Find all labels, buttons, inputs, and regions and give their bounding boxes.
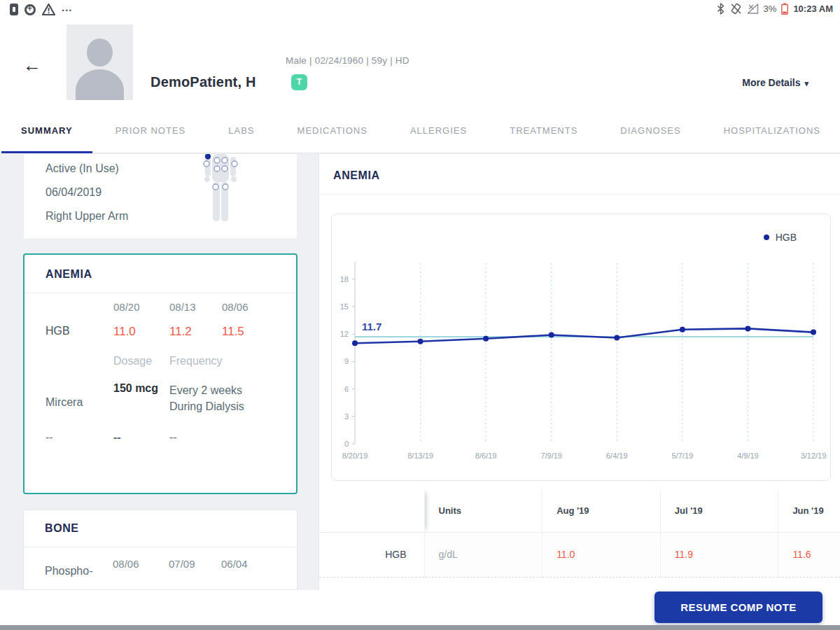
anemia-summary-card[interactable]: ANEMIA 08/20 08/13 08/06 HGB 11.0 11.2 1… [23, 253, 298, 494]
tab-treatments[interactable]: TREATMENTS [508, 108, 579, 153]
lab-results-table[interactable]: Units Aug '19 Jul '19 Jun '19 HGB g/dL 1… [319, 490, 840, 590]
tab-labs[interactable]: LABS [227, 108, 255, 153]
tab-label: ALLERGIES [410, 125, 467, 136]
data-point [680, 327, 685, 332]
lab-date: 08/13 [169, 301, 196, 313]
x-tick-label: 8/20/19 [342, 451, 368, 460]
access-site: Right Upper Arm [46, 210, 128, 223]
lab-date: 08/06 [113, 558, 139, 570]
month-header: Jul '19 [660, 490, 778, 532]
lab-date: 06/04 [221, 558, 248, 570]
x-tick-label: 8/13/19 [407, 451, 433, 460]
hgb-trend-chart-card: HGB 03691215188/20/198/13/198/6/197/9/19… [331, 214, 831, 481]
y-tick-label: 15 [340, 302, 349, 311]
bluetooth-icon [716, 3, 725, 15]
tab-label: LABS [228, 125, 254, 136]
data-point [745, 326, 750, 331]
data-point [483, 336, 489, 342]
tab-allergies[interactable]: ALLERGIES [409, 108, 468, 153]
more-details-button[interactable]: More Details▾ [742, 77, 808, 88]
chart-legend: HGB [764, 232, 797, 243]
y-tick-label: 0 [344, 440, 349, 448]
y-tick-label: 6 [344, 385, 349, 393]
more-details-label: More Details [742, 77, 800, 88]
access-status: Active (In Use) [46, 162, 119, 175]
patient-demographics: Male | 02/24/1960 | 59y | HD [286, 55, 410, 66]
access-date: 06/04/2019 [46, 186, 102, 199]
avatar-torso-shape [76, 69, 124, 100]
resume-comp-note-button[interactable]: RESUME COMP NOTE [654, 592, 822, 623]
warning-icon [42, 4, 55, 15]
divider [319, 194, 840, 195]
body-diagram [199, 154, 242, 224]
tab-label: TREATMENTS [510, 125, 578, 136]
empty-header-cell [319, 490, 424, 532]
tab-bar: SUMMARY PRIOR NOTES LABS MEDICATIONS ALL… [0, 108, 840, 153]
tab-summary[interactable]: SUMMARY [20, 108, 74, 153]
tab-medications[interactable]: MEDICATIONS [296, 108, 369, 153]
tab-prior-notes[interactable]: PRIOR NOTES [114, 108, 188, 153]
empty-value: -- [169, 431, 177, 444]
divider [24, 547, 297, 547]
tab-label: MEDICATIONS [298, 125, 368, 136]
hgb-line-chart[interactable]: 03691215188/20/198/13/198/6/197/9/196/4/… [332, 214, 832, 482]
hgb-series-line [355, 328, 813, 343]
tab-diagnoses[interactable]: DIAGNOSES [619, 108, 682, 153]
units-cell: g/dL [424, 532, 542, 577]
section-title: ANEMIA [333, 169, 380, 182]
dosage-header: Dosage [113, 355, 152, 368]
legend-label: HGB [776, 232, 797, 243]
vibrate-mute-icon [730, 3, 742, 15]
data-point [352, 340, 358, 346]
empty-value: -- [46, 431, 53, 444]
status-bar: ... 3% 10:23 AM [0, 0, 840, 21]
y-tick-label: 18 [340, 275, 349, 284]
divider [24, 293, 296, 293]
tab-label: HOSPITALIZATIONS [724, 125, 820, 136]
empty-value: -- [113, 431, 121, 444]
x-tick-label: 5/7/19 [672, 451, 694, 460]
x-tick-label: 8/6/19 [475, 451, 497, 460]
data-saver-icon [24, 4, 36, 15]
access-site-card[interactable]: Active (In Use) 06/04/2019 Right Upper A… [23, 154, 298, 239]
value-cell: 11.0 [542, 532, 661, 577]
status-left-icons: ... [10, 4, 73, 15]
y-tick-label: 9 [344, 357, 349, 365]
x-tick-label: 6/4/19 [606, 451, 628, 460]
clock-time: 10:23 AM [793, 4, 833, 14]
tab-label: PRIOR NOTES [115, 125, 186, 136]
tab-hospitalizations[interactable]: HOSPITALIZATIONS [722, 108, 822, 153]
units-header: Units [424, 490, 542, 532]
bone-summary-card[interactable]: BONE Phospho- 08/06 07/09 06/04 [23, 510, 298, 590]
overflow-dots: ... [62, 1, 73, 13]
lab-value: 11.5 [222, 325, 244, 339]
data-point [549, 332, 554, 338]
lab-date: 08/20 [113, 301, 140, 313]
lab-value: 11.2 [169, 325, 192, 339]
x-tick-label: 4/9/19 [737, 451, 759, 460]
value-cell: 11.9 [660, 532, 778, 577]
low-battery-icon [781, 3, 788, 15]
avatar [66, 24, 133, 100]
row-label: HGB [319, 532, 424, 577]
lab-date: 07/09 [169, 558, 195, 570]
lab-value: 11.0 [113, 325, 136, 339]
back-arrow-icon[interactable]: ← [23, 55, 41, 76]
legend-dot-icon [764, 234, 769, 240]
reference-annotation: 11.7 [362, 321, 382, 332]
battery-dock-icon [10, 4, 18, 15]
anemia-detail-panel: ANEMIA HGB 03691215188/20/198/13/198/6/1… [318, 154, 840, 590]
month-header: Aug '19 [542, 490, 661, 532]
med-dosage: 150 mcg [113, 382, 158, 395]
patient-summary-screen: ... 3% 10:23 AM ← [0, 0, 840, 630]
table-header-row: Units Aug '19 Jul '19 Jun '19 [319, 490, 840, 532]
patient-name: DemoPatient, H [150, 74, 256, 90]
lab-name: Phospho- [45, 565, 93, 578]
card-title: ANEMIA [46, 268, 92, 281]
chevron-down-icon: ▾ [804, 79, 808, 88]
telehealth-badge: T [291, 74, 307, 90]
value-cell: 11.6 [778, 532, 840, 577]
month-header: Jun '19 [778, 490, 840, 532]
data-point [418, 339, 424, 344]
signal-off-icon [747, 4, 759, 14]
